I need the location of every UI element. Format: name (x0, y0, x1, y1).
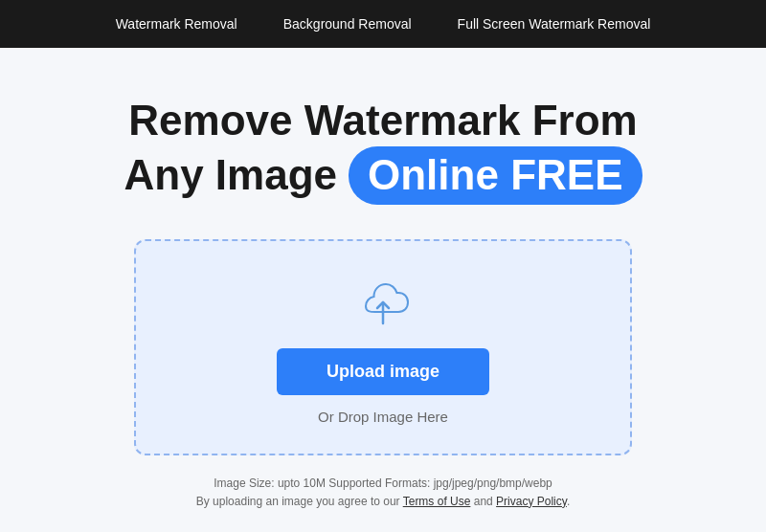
nav-background-removal[interactable]: Background Removal (283, 16, 412, 32)
title-line2-text: Any Image (124, 150, 338, 201)
privacy-policy-link[interactable]: Privacy Policy (496, 495, 567, 508)
nav-watermark-removal[interactable]: Watermark Removal (116, 16, 237, 32)
footer-line1: Image Size: upto 10M Supported Formats: … (196, 475, 570, 493)
terms-of-use-link[interactable]: Terms of Use (403, 495, 471, 508)
footer-pre-text: By uploading an image you agree to our (196, 495, 403, 508)
main-header: Watermark Removal Background Removal Ful… (0, 0, 766, 48)
footer-and-text: and (470, 495, 496, 508)
cloud-upload-icon (352, 276, 414, 329)
main-content: Remove Watermark From Any Image Online F… (0, 48, 766, 532)
footer-note: Image Size: upto 10M Supported Formats: … (196, 475, 570, 511)
upload-dropzone[interactable]: Upload image Or Drop Image Here (134, 239, 632, 455)
hero-title: Remove Watermark From Any Image Online F… (124, 96, 642, 205)
footer-line2: By uploading an image you agree to our T… (196, 493, 570, 511)
title-line1: Remove Watermark From (124, 96, 642, 146)
nav-fullscreen-watermark-removal[interactable]: Full Screen Watermark Removal (458, 16, 651, 32)
drop-text: Or Drop Image Here (318, 409, 448, 425)
footer-end-text: . (567, 495, 570, 508)
upload-image-button[interactable]: Upload image (277, 348, 489, 395)
online-free-badge: Online FREE (349, 146, 642, 205)
